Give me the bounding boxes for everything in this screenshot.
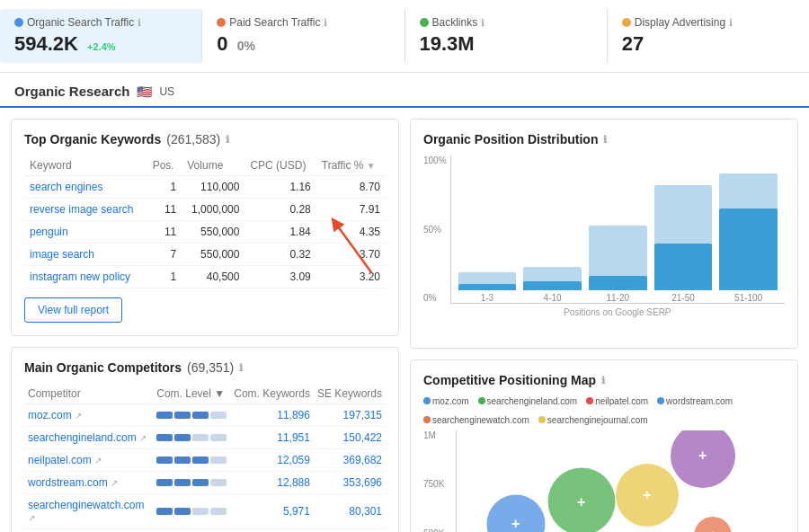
competitor-link[interactable]: searchenginewatch.com	[28, 499, 144, 511]
metric-display-label: Display Advertising ℹ	[622, 16, 795, 29]
bubble: +	[694, 517, 732, 532]
keyword-link[interactable]: image search	[30, 248, 94, 261]
table-row: searchenginewatch.com ↗ 5,971 80,301	[24, 494, 386, 529]
col-pos: Pos.	[147, 155, 182, 176]
organic-dot	[14, 18, 23, 27]
bar-label: 1-3	[481, 293, 493, 303]
backlinks-info-icon[interactable]: ℹ	[481, 17, 485, 29]
y-axis-labels: 100% 50% 0%	[423, 155, 450, 317]
position-dist-title: Organic Position Distribution ℹ	[423, 132, 785, 146]
competitors-card: Main Organic Competitors (69,351) ℹ Comp…	[11, 347, 399, 532]
x-axis-title: Positions on Google SERP	[450, 307, 785, 317]
section-header: Organic Research 🇺🇸 US	[0, 73, 809, 108]
col-cpc: CPC (USD)	[244, 155, 316, 176]
country-flag: 🇺🇸	[137, 84, 152, 99]
paid-info-icon[interactable]: ℹ	[324, 17, 327, 29]
pos-dist-info-icon[interactable]: ℹ	[603, 134, 607, 146]
metric-paid-value: 0 0%	[217, 32, 389, 56]
display-info-icon[interactable]: ℹ	[729, 17, 733, 29]
competitors-count: (69,351)	[187, 360, 234, 375]
col-se-keywords: SE Keywords	[314, 384, 386, 404]
competitor-link[interactable]: searchengineland.com	[28, 431, 137, 444]
kw-volume: 110,000	[182, 176, 244, 199]
com-keywords: 11,896	[230, 404, 314, 427]
metric-paid-search: Paid Search Traffic ℹ 0 0%	[202, 9, 404, 63]
col-competitor: Competitor	[24, 384, 153, 404]
competitors-info-icon[interactable]: ℹ	[239, 362, 243, 374]
bar-label: 11-20	[607, 293, 630, 303]
right-column: Organic Position Distribution ℹ 100% 50%…	[410, 119, 798, 532]
view-report-button[interactable]: View full report	[24, 297, 122, 323]
kw-traffic: 4.35	[316, 221, 386, 244]
table-row: wordstream.com ↗ 12,888 353,696	[24, 472, 386, 494]
competitor-link[interactable]: neilpatel.com	[28, 454, 92, 466]
table-row: search engines 1 110,000 1.16 8.70	[24, 176, 386, 199]
bar-group: 4-10	[523, 173, 582, 303]
metric-organic-search: Organic Search Traffic ℹ 594.2K +2.4%	[0, 9, 202, 63]
table-row: searchengineland.com ↗ 11,951 150,422	[24, 427, 386, 449]
com-level-bar	[156, 457, 227, 464]
se-keywords: 353,696	[314, 472, 386, 494]
kw-cpc: 0.28	[244, 199, 316, 221]
com-keywords: 5,971	[230, 494, 314, 529]
paid-dot	[217, 18, 226, 27]
se-keywords: 80,301	[314, 494, 386, 529]
col-traffic: Traffic % ▼	[316, 155, 386, 176]
kw-pos: 7	[147, 244, 182, 266]
y-label: 500K	[423, 528, 452, 532]
organic-info-icon[interactable]: ℹ	[138, 17, 141, 29]
organic-change: +2.4%	[87, 41, 116, 52]
legend-item: moz.com	[423, 396, 469, 406]
kw-cpc: 1.16	[244, 176, 316, 199]
kw-volume: 550,000	[182, 221, 244, 244]
kw-volume: 550,000	[182, 244, 244, 266]
keywords-count: (261,583)	[166, 132, 220, 146]
bubble: +	[671, 430, 735, 488]
keyword-link[interactable]: penguin	[30, 226, 68, 238]
main-content: Top Organic Keywords (261,583) ℹ Keyword…	[0, 119, 809, 532]
keyword-link[interactable]: search engines	[30, 181, 102, 193]
competitor-link[interactable]: moz.com	[28, 409, 72, 421]
bar-label: 21-50	[671, 293, 695, 303]
display-dot	[622, 18, 631, 27]
kw-pos: 1	[147, 176, 182, 199]
kw-volume: 1,000,000	[182, 199, 244, 221]
y-label: 1M	[423, 430, 452, 440]
com-keywords: 12,059	[230, 449, 314, 472]
keywords-info-icon[interactable]: ℹ	[226, 134, 229, 146]
keyword-link[interactable]: instagram new policy	[30, 270, 130, 283]
legend-item: searchengineland.com	[478, 396, 578, 406]
competitors-card-title: Main Organic Competitors (69,351) ℹ	[24, 360, 386, 375]
col-com-level: Com. Level ▼	[153, 384, 230, 404]
kw-pos: 11	[147, 221, 182, 244]
com-level-bar	[156, 508, 227, 515]
comp-map-info-icon[interactable]: ℹ	[601, 375, 605, 386]
se-keywords: 197,315	[314, 404, 386, 427]
metric-organic-value: 594.2K +2.4%	[14, 32, 187, 56]
metric-backlinks-value: 19.3M	[420, 32, 592, 56]
legend-item: searchenginejournal.com	[538, 415, 648, 425]
comp-map-legend: moz.comsearchengineland.comneilpatel.com…	[423, 396, 785, 425]
com-level-bar	[156, 412, 227, 419]
bar-group: 11-20	[589, 173, 647, 303]
col-com-keywords: Com. Keywords	[230, 384, 314, 404]
metric-display-value: 27	[622, 32, 795, 56]
bubble: +	[616, 464, 679, 527]
position-dist-chart: 100% 50% 0% 1-3 4-10	[423, 155, 785, 335]
bar-group: 1-3	[458, 173, 517, 303]
section-title: Organic Research	[14, 84, 129, 99]
com-keywords: 12,888	[230, 472, 314, 494]
com-level-bar	[156, 479, 227, 486]
bubble: +	[547, 468, 615, 532]
table-row: reverse image search 11 1,000,000 0.28 7…	[24, 199, 386, 221]
table-row: moz.com ↗ 11,896 197,315	[24, 404, 386, 427]
competitive-map-card: Competitive Positioning Map ℹ moz.comsea…	[410, 359, 798, 532]
kw-pos: 11	[147, 199, 182, 221]
kw-traffic: 7.91	[316, 199, 386, 221]
bar-label: 51-100	[734, 293, 762, 303]
competitor-link[interactable]: wordstream.com	[28, 476, 108, 489]
keyword-link[interactable]: reverse image search	[30, 203, 133, 216]
col-volume: Volume	[182, 155, 244, 176]
kw-volume: 40,500	[182, 266, 244, 288]
keywords-table: Keyword Pos. Volume CPC (USD) Traffic % …	[24, 155, 386, 288]
